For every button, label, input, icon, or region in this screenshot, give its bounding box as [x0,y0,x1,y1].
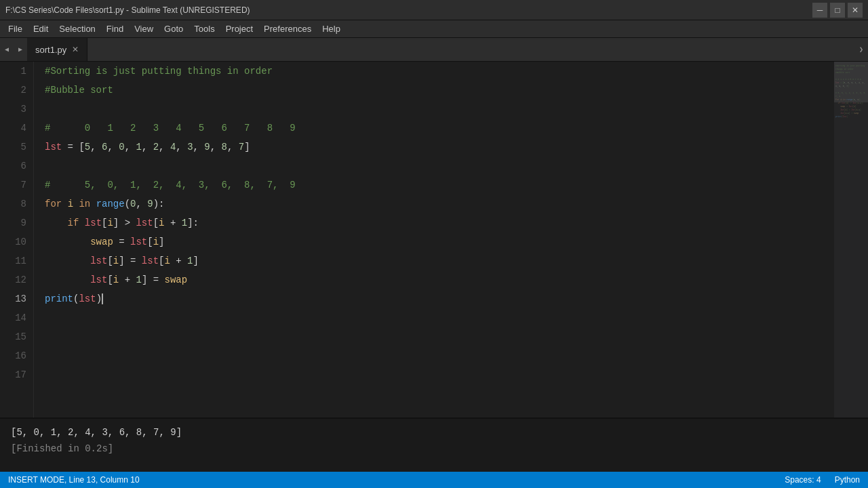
menu-view[interactable]: View [129,22,159,35]
tab-close-icon[interactable]: ✕ [72,45,79,54]
line-num: 17 [0,365,26,384]
line-num: 7 [0,176,26,195]
line-num: 11 [0,251,26,270]
line-numbers: 1 2 3 4 5 6 7 8 9 10 11 12 13 14 15 16 1… [0,62,34,418]
output-line-2: [Finished in 0.2s] [11,441,857,457]
line-num: 16 [0,346,26,365]
line-num: 8 [0,195,26,214]
statusbar-spaces: Spaces: 4 [785,475,821,485]
code-line-3 [45,100,834,119]
menu-file[interactable]: File [3,22,28,35]
statusbar: INSERT MODE, Line 13, Column 10 Spaces: … [0,472,868,488]
minimap[interactable]: #Sorting is just putting things in order… [834,62,868,418]
line-num: 15 [0,327,26,346]
menu-help[interactable]: Help [317,22,346,35]
code-line-1: #Sorting is just putting things in order [45,62,834,81]
code-line-4: # 0 1 2 3 4 5 6 7 8 9 [45,119,834,138]
menubar: File Edit Selection Find View Goto Tools… [0,20,868,38]
tab-label: sort1.py [35,45,66,55]
line-num: 4 [0,119,26,138]
code-line-15 [45,327,834,346]
code-line-7: # 5, 0, 1, 2, 4, 3, 6, 8, 7, 9 [45,176,834,195]
code-line-17 [45,365,834,384]
editor-main: 1 2 3 4 5 6 7 8 9 10 11 12 13 14 15 16 1… [0,62,868,418]
menu-find[interactable]: Find [101,22,129,35]
menu-selection[interactable]: Selection [54,22,100,35]
menu-tools[interactable]: Tools [189,22,220,35]
code-line-9: if lst [ i ] > lst [ i + 1 ]: [45,214,834,232]
tabbar: ◀ ▶ sort1.py ✕ ❯ [0,38,868,62]
menu-goto[interactable]: Goto [159,22,189,35]
code-line-12: lst [ i + 1 ] = swap [45,270,834,289]
titlebar: F:\CS Series\Code Files\sort1.py - Subli… [0,0,868,20]
titlebar-controls: ─ □ ✕ [812,3,863,18]
code-line-8: for i in range ( 0 , 9 ): [45,195,834,214]
tab-nav-left[interactable]: ◀ [0,38,14,61]
code-line-14 [45,308,834,327]
line-num: 10 [0,232,26,251]
code-line-6 [45,157,834,176]
line-num: 14 [0,308,26,327]
line-num: 12 [0,270,26,289]
code-line-13: print ( lst ) [45,289,834,308]
line-num: 1 [0,62,26,81]
tab-overflow-icon[interactable]: ❯ [854,38,868,61]
line-num: 9 [0,214,26,232]
close-button[interactable]: ✕ [848,3,863,18]
titlebar-title: F:\CS Series\Code Files\sort1.py - Subli… [5,5,250,15]
line-num: 6 [0,157,26,176]
code-line-10: swap = lst [ i ] [45,232,834,251]
menu-project[interactable]: Project [220,22,258,35]
code-editor[interactable]: #Sorting is just putting things in order… [34,62,834,418]
tab-sort1py[interactable]: sort1.py ✕ [27,38,87,61]
code-content: #Sorting is just putting things in order… [34,62,834,384]
maximize-button[interactable]: □ [830,3,845,18]
statusbar-right: Spaces: 4 Python [785,475,860,485]
minimize-button[interactable]: ─ [812,3,827,18]
code-line-16 [45,346,834,365]
statusbar-language: Python [835,475,860,485]
line-num: 2 [0,81,26,100]
code-line-2: #Bubble sort [45,81,834,100]
menu-edit[interactable]: Edit [28,22,54,35]
line-num: 13 [0,289,26,308]
line-num: 3 [0,100,26,119]
line-num: 5 [0,138,26,157]
tab-nav-right[interactable]: ▶ [14,38,27,61]
menu-preferences[interactable]: Preferences [258,22,317,35]
code-line-11: lst [ i ] = lst [ i + 1 ] [45,251,834,270]
output-line-1: [5, 0, 1, 2, 4, 3, 6, 8, 7, 9] [11,424,857,441]
code-line-5: lst = [ 5 , 6 , 0 , 1 , 2 , 4 , 3 , 9 , … [45,138,834,157]
output-panel: [5, 0, 1, 2, 4, 3, 6, 8, 7, 9] [Finished… [0,418,868,472]
statusbar-mode: INSERT MODE, Line 13, Column 10 [8,475,140,485]
